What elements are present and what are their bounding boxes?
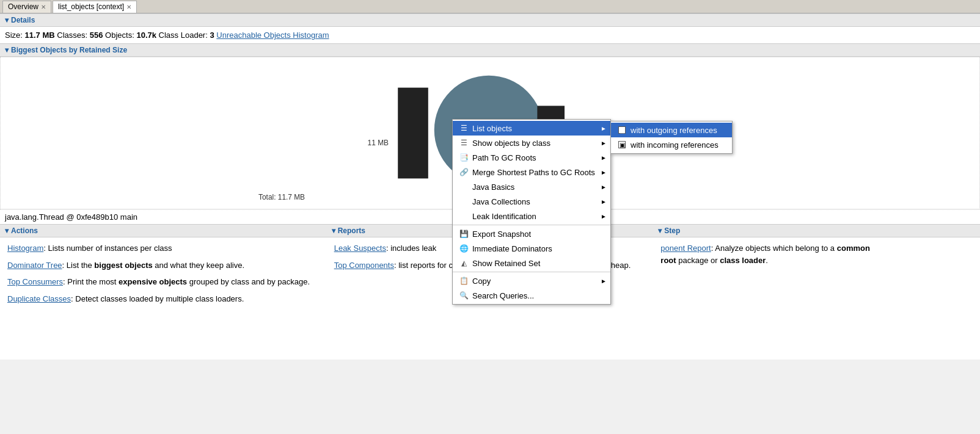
context-menu-item-search[interactable]: 🔍 Search Queries... [453,288,610,303]
java-collections-icon [458,197,470,206]
tab-list-objects-label: list_objects [context] [58,2,124,11]
submenu-list-objects: ▣ with outgoing references ▣ with incomi… [610,121,733,154]
classes-value: 556 [90,31,103,40]
dominator-link[interactable]: Dominator Tree [7,261,62,270]
incoming-icon: ▣ [616,140,628,150]
merge-arrow: ► [601,169,607,176]
path-gc-icon: 📑 [458,153,470,162]
tab-list-objects-close[interactable]: ✕ [126,4,131,10]
java-basics-label: Java Basics [472,183,514,192]
submenu-item-incoming[interactable]: ▣ with incoming references [611,137,732,152]
tab-list-objects[interactable]: list_objects [context] ✕ [53,1,137,13]
context-menu-item-java-basics[interactable]: Java Basics ► [453,179,610,194]
size-label: Size: [5,31,23,40]
show-objects-icon: ☰ [458,138,470,148]
show-objects-arrow: ► [601,140,607,146]
dominators-icon: 🌐 [458,244,470,253]
list-objects-arrow: ► [601,125,607,132]
outgoing-icon: ▣ [616,125,628,135]
export-label: Export Snapshot [472,230,531,239]
copy-arrow: ► [601,278,607,284]
retained-label: Show Retained Set [472,259,540,268]
svg-text:11 MB: 11 MB [368,139,389,147]
objects-value: 10.7k [136,31,156,40]
actions-col: Actions Histogram: Lists number of insta… [0,224,327,360]
context-menu-item-retained[interactable]: ◭ Show Retained Set [453,256,610,270]
context-menu-item-show-objects[interactable]: ☰ Show objects by class ► [453,136,610,150]
list-objects-label: List objects [472,124,512,133]
leak-icon [458,211,470,221]
merge-icon: 🔗 [458,167,470,177]
java-collections-arrow: ► [601,198,607,205]
classloader-label: Class Loader: [159,31,208,40]
details-section-header: Details [0,13,980,27]
histogram-link[interactable]: Histogram [7,244,43,253]
context-menu-item-list-objects[interactable]: ☰ List objects ► ▣ with outgoing referen… [453,121,610,136]
submenu-incoming-label: with incoming references [631,140,719,150]
java-basics-icon [458,182,470,192]
details-bar: Size: 11.7 MB Classes: 556 Objects: 10.7… [0,27,980,43]
step-content: ponent Report: Analyze objects which bel… [653,237,980,360]
context-menu-item-export[interactable]: 💾 Export Snapshot [453,226,610,241]
dominator-item: Dominator Tree: List the biggest objects… [7,259,320,272]
context-menu-item-merge[interactable]: 🔗 Merge Shortest Paths to GC Roots ► [453,165,610,179]
tab-overview[interactable]: Overview ✕ [2,1,51,13]
export-icon: 💾 [458,229,470,239]
search-label: Search Queries... [472,291,534,300]
path-gc-arrow: ► [601,154,607,161]
retained-icon: ◭ [458,258,470,268]
separator-1 [453,225,610,225]
context-menu: ☰ List objects ► ▣ with outgoing referen… [452,119,611,305]
merge-label: Merge Shortest Paths to GC Roots [472,168,595,177]
svg-rect-1 [398,88,428,179]
java-basics-arrow: ► [601,184,607,190]
context-menu-item-leak[interactable]: Leak Identification ► [453,209,610,223]
histogram-item: Histogram: Lists number of instances per… [7,242,320,255]
leak-label: Leak Identification [472,212,536,221]
submenu-outgoing-label: with outgoing references [631,126,717,135]
classes-label: Classes: [57,31,87,40]
actions-header: Actions [0,224,327,237]
objects-label: Objects: [105,31,134,40]
tab-overview-close[interactable]: ✕ [41,4,46,10]
top-consumers-item: Top Consumers: Print the most expensive … [7,276,320,288]
tab-bar: Overview ✕ list_objects [context] ✕ [0,0,980,13]
top-components-link[interactable]: Top Components [334,261,394,270]
unreachable-objects-link[interactable]: Unreachable Objects Histogram [216,31,329,40]
top-consumers-link[interactable]: Top Consumers [7,277,63,286]
show-objects-label: Show objects by class [472,139,550,148]
leak-arrow: ► [601,213,607,220]
svg-text:Total: 11.7 MB: Total: 11.7 MB [258,193,305,201]
submenu-item-outgoing[interactable]: ▣ with outgoing references [611,123,732,137]
tab-overview-label: Overview [8,2,38,11]
actions-content: Histogram: Lists number of instances per… [0,237,327,360]
duplicate-link[interactable]: Duplicate Classes [7,294,71,303]
size-value: 11.7 MB [25,31,55,40]
component-item: ponent Report: Analyze objects which bel… [660,242,973,266]
list-objects-icon: ☰ [458,123,470,133]
path-gc-label: Path To GC Roots [472,153,536,162]
context-menu-item-copy[interactable]: 📋 Copy ► [453,273,610,288]
histogram-desc: : Lists number of instances per class [43,244,172,253]
separator-2 [453,272,610,272]
copy-icon: 📋 [458,276,470,286]
step-col: Step ponent Report: Analyze objects whic… [653,224,980,360]
context-menu-item-java-collections[interactable]: Java Collections ► [453,194,610,209]
duplicate-item: Duplicate Classes: Detect classes loaded… [7,293,320,305]
step-header: Step [653,224,980,237]
biggest-objects-header: Biggest Objects by Retained Size [0,43,980,57]
leak-suspects-link[interactable]: Leak Suspects [334,244,386,253]
search-icon: 🔍 [458,291,470,300]
dominators-label: Immediate Dominators [472,244,552,253]
component-link[interactable]: ponent Report [660,244,711,253]
context-menu-overlay: ☰ List objects ► ▣ with outgoing referen… [452,119,611,305]
java-collections-label: Java Collections [472,197,530,206]
context-menu-item-dominators[interactable]: 🌐 Immediate Dominators [453,241,610,256]
classloader-value: 3 [210,31,214,40]
context-menu-item-path-gc[interactable]: 📑 Path To GC Roots ► [453,150,610,165]
copy-label: Copy [472,277,491,286]
